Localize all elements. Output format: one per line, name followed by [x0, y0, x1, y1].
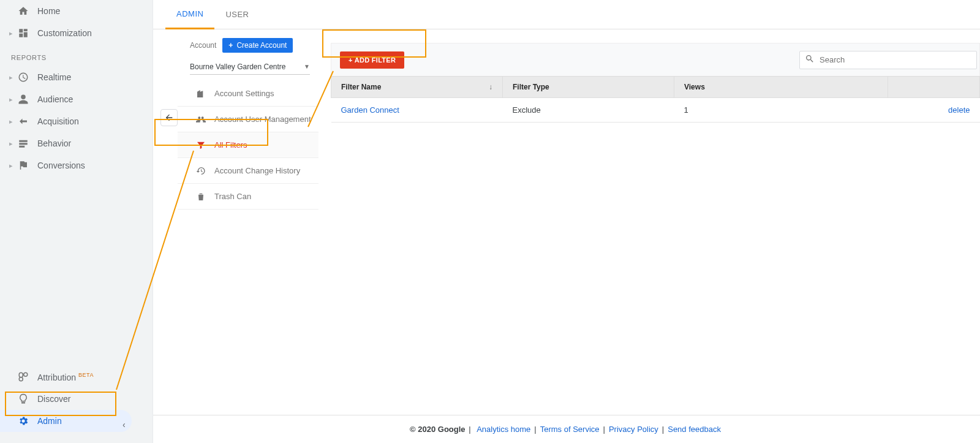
- sidebar-label: Admin: [37, 416, 62, 426]
- sidebar-label: Behavior: [37, 138, 71, 148]
- footer-link-terms[interactable]: Terms of Service: [540, 425, 600, 434]
- sidebar-label: Conversions: [37, 161, 85, 170]
- account-selector[interactable]: Bourne Valley Garden Centre ▼: [190, 59, 310, 75]
- behavior-icon: [17, 138, 30, 149]
- sidebar-item-admin[interactable]: Admin: [0, 410, 132, 432]
- chevron-right-icon: ▸: [9, 162, 14, 170]
- account-menu-label: Account Settings: [214, 89, 274, 98]
- chevron-right-icon: ▸: [9, 96, 14, 104]
- search-icon: [805, 54, 815, 66]
- filters-content: + ADD FILTER Filter Name↓ Filter Type Vi…: [318, 29, 980, 443]
- sidebar-item-customization[interactable]: ▸ Customization: [0, 22, 153, 44]
- delete-link[interactable]: delete: [888, 98, 980, 123]
- sidebar-label: Acquisition: [37, 116, 79, 126]
- page-footer: © 2020 Google | Analytics home | Terms o…: [153, 415, 980, 443]
- filters-table: Filter Name↓ Filter Type Views Garden Co…: [331, 76, 980, 123]
- account-menu-history[interactable]: Account Change History: [178, 158, 318, 184]
- create-account-button[interactable]: + Create Account: [222, 38, 293, 53]
- tab-admin[interactable]: ADMIN: [165, 1, 214, 29]
- sidebar-item-acquisition[interactable]: ▸ Acquisition: [0, 110, 153, 132]
- main-area: ADMIN USER Account + Create Account Bour…: [153, 0, 980, 443]
- sidebar-section-header: REPORTS: [0, 44, 153, 66]
- col-filter-name[interactable]: Filter Name↓: [331, 77, 503, 98]
- left-sidebar: ▶ Home ▸ Customization REPORTS ▸ Realtim…: [0, 0, 153, 443]
- filter-type-cell: Exclude: [503, 98, 674, 123]
- filter-name-cell[interactable]: Garden Connect: [331, 98, 503, 123]
- acquisition-icon: [17, 116, 30, 127]
- account-selected-value: Bourne Valley Garden Centre: [190, 62, 286, 71]
- sidebar-label: Discover: [37, 394, 70, 404]
- sidebar-item-discover[interactable]: Discover: [0, 388, 153, 410]
- account-menu-label: Account Change History: [214, 166, 300, 175]
- add-filter-button[interactable]: + ADD FILTER: [340, 51, 404, 69]
- people-icon: [194, 115, 208, 124]
- sidebar-item-behavior[interactable]: ▸ Behavior: [0, 132, 153, 154]
- footer-link-analytics-home[interactable]: Analytics home: [477, 425, 530, 434]
- building-icon: [194, 89, 208, 99]
- sidebar-item-home[interactable]: ▶ Home: [0, 0, 153, 22]
- search-input[interactable]: [818, 55, 971, 65]
- account-menu-label: Account User Management: [214, 115, 311, 124]
- sort-arrow-icon: ↓: [489, 83, 492, 91]
- footer-copyright: © 2020 Google: [410, 425, 466, 434]
- trash-icon: [194, 192, 208, 202]
- lightbulb-icon: [17, 393, 30, 404]
- account-menu-filters[interactable]: All Filters: [178, 132, 318, 158]
- flag-icon: [17, 160, 30, 171]
- account-panel: Account + Create Account Bourne Valley G…: [178, 29, 318, 443]
- filters-toolbar: + ADD FILTER: [331, 43, 980, 76]
- home-icon: [17, 6, 30, 17]
- collapse-sidebar-icon[interactable]: ‹: [123, 420, 126, 430]
- plus-icon: +: [228, 41, 233, 50]
- search-field-wrapper[interactable]: [799, 51, 977, 69]
- create-account-label: Create Account: [236, 41, 287, 50]
- dashboard-icon: [17, 28, 30, 39]
- person-icon: [17, 94, 30, 105]
- beta-badge: BETA: [78, 372, 94, 378]
- col-actions: [888, 77, 980, 98]
- account-menu-users[interactable]: Account User Management: [178, 107, 318, 132]
- gear-icon: [17, 415, 30, 426]
- account-menu-trash[interactable]: Trash Can: [178, 184, 318, 210]
- table-row: Garden ConnectExclude1delete: [331, 98, 980, 123]
- history-icon: [194, 166, 208, 176]
- chevron-right-icon: ▸: [9, 140, 14, 148]
- footer-link-privacy[interactable]: Privacy Policy: [609, 425, 658, 434]
- filter-icon: [194, 140, 208, 150]
- sidebar-item-audience[interactable]: ▸ Audience: [0, 88, 153, 110]
- chevron-right-icon: ▸: [9, 74, 14, 81]
- footer-link-feedback[interactable]: Send feedback: [668, 425, 721, 434]
- attribution-icon: [17, 371, 30, 382]
- col-filter-type[interactable]: Filter Type: [503, 77, 674, 98]
- sidebar-label: Realtime: [37, 72, 71, 82]
- sidebar-label: Audience: [37, 94, 73, 104]
- sidebar-label: Attribution: [37, 372, 76, 382]
- filter-views-cell: 1: [674, 98, 888, 123]
- col-views[interactable]: Views: [674, 77, 888, 98]
- caret-down-icon: ▼: [304, 63, 310, 70]
- chevron-right-icon: ▸: [9, 29, 14, 37]
- tab-user[interactable]: USER: [214, 0, 260, 29]
- chevron-right-icon: ▸: [9, 118, 14, 126]
- clock-icon: [17, 72, 30, 83]
- sidebar-label: Home: [37, 6, 60, 16]
- account-label: Account: [190, 41, 216, 50]
- tab-bar: ADMIN USER: [153, 0, 980, 29]
- sidebar-item-realtime[interactable]: ▸ Realtime: [0, 66, 153, 88]
- sidebar-item-attribution[interactable]: AttributionBETA: [0, 366, 153, 388]
- back-button[interactable]: [160, 109, 178, 126]
- sidebar-item-conversions[interactable]: ▸ Conversions: [0, 154, 153, 176]
- account-menu-label: Trash Can: [214, 192, 251, 201]
- account-menu-label: All Filters: [214, 140, 247, 150]
- sidebar-label: Customization: [37, 28, 92, 38]
- account-menu-settings[interactable]: Account Settings: [178, 81, 318, 107]
